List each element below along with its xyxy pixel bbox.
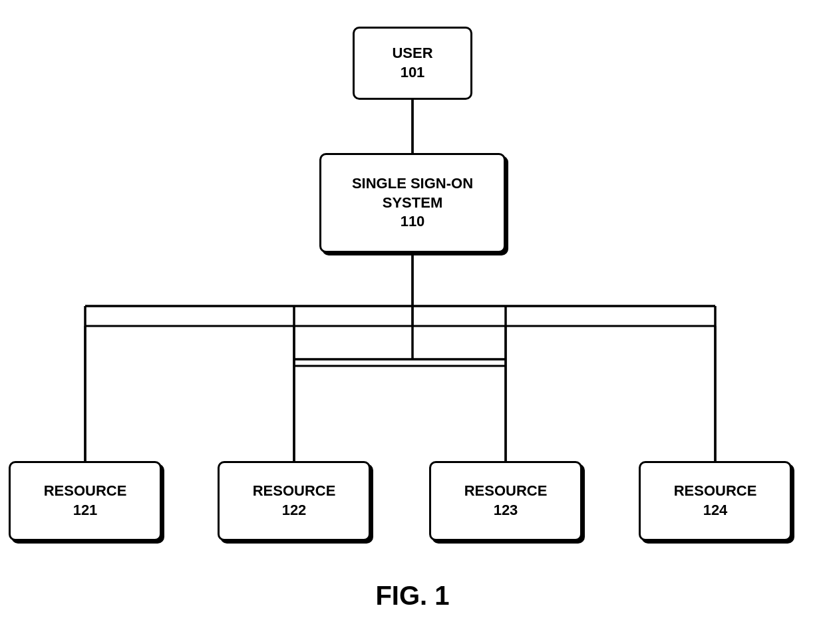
r124-number: 124 bbox=[703, 501, 728, 520]
sso-node: SINGLE SIGN-ON SYSTEM 110 bbox=[319, 153, 506, 253]
r123-number: 123 bbox=[494, 501, 518, 520]
user-label: USER bbox=[392, 44, 432, 63]
resource-124-node: RESOURCE 124 bbox=[639, 461, 792, 541]
r121-label: RESOURCE bbox=[44, 482, 127, 501]
r124-label: RESOURCE bbox=[674, 482, 757, 501]
diagram-container: USER 101 SINGLE SIGN-ON SYSTEM 110 RESOU… bbox=[0, 0, 825, 644]
resource-121-node: RESOURCE 121 bbox=[9, 461, 162, 541]
user-node: USER 101 bbox=[353, 27, 472, 100]
r122-number: 122 bbox=[282, 501, 307, 520]
r122-label: RESOURCE bbox=[253, 482, 336, 501]
sso-line2: SYSTEM bbox=[383, 194, 442, 213]
sso-line1: SINGLE SIGN-ON bbox=[352, 174, 473, 194]
r121-number: 121 bbox=[73, 501, 98, 520]
resource-122-node: RESOURCE 122 bbox=[218, 461, 371, 541]
r123-label: RESOURCE bbox=[464, 482, 548, 501]
resource-123-node: RESOURCE 123 bbox=[429, 461, 582, 541]
figure-label: FIG. 1 bbox=[375, 581, 449, 611]
user-number: 101 bbox=[401, 63, 425, 82]
sso-number: 110 bbox=[401, 212, 425, 232]
